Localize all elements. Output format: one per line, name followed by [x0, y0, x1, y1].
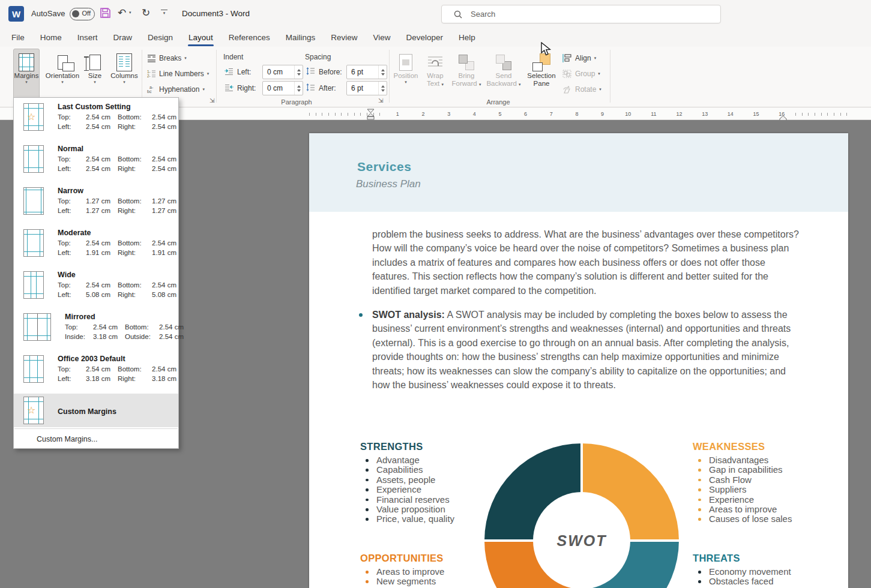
swot-opportunities-list: OPPORTUNITIES Areas to improveNew segmen… — [360, 553, 504, 587]
spacing-before-row: Before: 6 pt — [306, 65, 387, 79]
arrange-group-label: Arrange — [486, 98, 510, 106]
save-icon[interactable] — [100, 7, 111, 21]
list-item: Gap in capabilities — [693, 465, 837, 475]
document-page[interactable]: Services Business Plan problem the busin… — [309, 133, 848, 588]
donut-center: SWOT — [533, 492, 630, 588]
spinner-arrows-icon[interactable] — [378, 65, 387, 79]
list-item: Areas to improve — [693, 505, 837, 514]
body-paragraph[interactable]: problem the business seeks to address. W… — [372, 227, 804, 298]
margin-preset-icon — [23, 313, 51, 341]
margins-button[interactable]: Margins ▾ — [13, 49, 40, 104]
tab-references[interactable]: References — [221, 29, 278, 47]
list-item: New segments — [360, 577, 504, 586]
list-item: Value proposition — [360, 505, 504, 514]
indent-right-input[interactable]: 0 cm — [262, 81, 303, 95]
search-icon — [454, 10, 462, 19]
indent-right-icon — [225, 84, 235, 93]
margins-menu-item[interactable]: Office 2003 Default Top:2.54 cmBottom:2.… — [14, 352, 178, 394]
paragraph-dialog-launcher-icon[interactable]: ⇲ — [378, 97, 383, 104]
quick-access-toolbar-icon[interactable]: ▾ — [161, 10, 167, 16]
group-button[interactable]: Group▾ — [561, 67, 600, 80]
align-button[interactable]: Align▾ — [561, 52, 596, 65]
tab-design[interactable]: Design — [140, 29, 181, 47]
indent-right-row: Right: 0 cm — [225, 81, 303, 95]
hyphenation-button[interactable]: a-bc Hyphenation▾ — [146, 83, 205, 96]
spacing-after-input[interactable]: 6 pt — [346, 81, 387, 95]
list-item: Financial reserves — [360, 495, 504, 505]
menu-separator — [14, 428, 178, 429]
tab-mailings[interactable]: Mailings — [278, 29, 324, 47]
paragraph-group-label: Paragraph — [281, 98, 312, 106]
indent-left-input[interactable]: 0 cm — [262, 65, 303, 79]
swot-bullet-lead: SWOT analysis: — [372, 310, 445, 320]
tab-home[interactable]: Home — [32, 29, 70, 47]
redo-button[interactable]: ↻ — [142, 7, 150, 19]
list-item: Cash Flow — [693, 475, 837, 485]
weaknesses-heading: WEAKNESSES — [693, 441, 837, 452]
indent-left-icon — [225, 68, 235, 77]
threats-heading: THREATS — [693, 553, 837, 564]
breaks-button[interactable]: Breaks▾ — [146, 52, 187, 65]
tab-developer[interactable]: Developer — [399, 29, 451, 47]
columns-button[interactable]: Columns ▾ — [109, 49, 139, 104]
columns-icon — [116, 53, 132, 71]
tab-file[interactable]: File — [4, 29, 32, 47]
svg-text:2-: 2- — [147, 74, 151, 78]
size-button[interactable]: Size ▾ — [83, 49, 107, 104]
swot-donut-chart: SWOT — [484, 443, 679, 588]
search-input[interactable]: Search — [441, 5, 721, 23]
list-item: Advantage — [360, 455, 504, 465]
orientation-button[interactable]: Orientation ▾ — [44, 49, 80, 104]
rotate-button[interactable]: Rotate▾ — [561, 83, 601, 96]
svg-text:a-: a- — [149, 85, 154, 89]
spinner-arrows-icon[interactable] — [294, 65, 303, 79]
margins-menu-item[interactable]: Last Custom Setting Top:2.54 cmBottom:2.… — [14, 100, 178, 142]
wrap-text-icon — [422, 49, 448, 72]
mouse-cursor-icon — [540, 42, 553, 59]
page-setup-dialog-launcher-icon[interactable]: ⇲ — [209, 97, 214, 104]
swot-bullet-paragraph[interactable]: SWOT analysis: A SWOT analysis may be in… — [372, 308, 803, 392]
spacing-before-input[interactable]: 6 pt — [346, 65, 387, 79]
undo-dropdown-icon[interactable]: ▾ — [129, 10, 131, 15]
autosave-state: Off — [82, 10, 91, 17]
custom-margins-command[interactable]: Custom Margins... — [14, 430, 178, 448]
bring-forward-button[interactable]: BringForward ▾ — [450, 49, 483, 104]
undo-button[interactable]: ↶ — [118, 7, 126, 19]
breaks-icon — [146, 55, 157, 62]
margins-menu-item[interactable]: Wide Top:2.54 cmBottom:2.54 cm Left:5.08… — [14, 268, 178, 310]
tab-layout[interactable]: Layout — [181, 29, 221, 47]
svg-text:1-: 1- — [147, 70, 151, 74]
margin-preset-icon — [23, 103, 44, 131]
tab-view[interactable]: View — [365, 29, 398, 47]
spinner-arrows-icon[interactable] — [378, 82, 387, 95]
wrap-text-button[interactable]: WrapText ▾ — [421, 49, 449, 104]
margins-menu-item[interactable]: Narrow Top:1.27 cmBottom:1.27 cm Left:1.… — [14, 184, 178, 226]
spinner-arrows-icon[interactable] — [294, 82, 303, 95]
tab-draw[interactable]: Draw — [106, 29, 140, 47]
section-title[interactable]: Services — [357, 160, 411, 174]
margins-menu-item[interactable]: Mirrored Top:2.54 cmBottom:2.54 cm Insid… — [14, 310, 178, 352]
margins-menu-item[interactable]: Moderate Top:2.54 cmBottom:2.54 cm Left:… — [14, 226, 178, 268]
title-bar: W AutoSave Off ↶ ▾ ↻ ▾ Document3 - Word … — [0, 0, 871, 29]
list-item: Disadvantages — [693, 455, 837, 465]
margin-preset-icon — [23, 229, 44, 257]
swot-weaknesses-list: WEAKNESSES DisadvantagesGap in capabilit… — [693, 441, 837, 524]
tab-insert[interactable]: Insert — [70, 29, 106, 47]
ruler-numbers: 12345678910111213141516 — [385, 110, 795, 118]
tab-review[interactable]: Review — [323, 29, 365, 47]
custom-margins-menu-item[interactable]: Custom Margins — [14, 394, 178, 427]
position-button[interactable]: Position ▾ — [391, 49, 420, 104]
section-subtitle[interactable]: Business Plan — [356, 178, 421, 190]
margins-menu-item[interactable]: Normal Top:2.54 cmBottom:2.54 cm Left:2.… — [14, 142, 178, 184]
document-title: Document3 - Word — [182, 9, 250, 18]
autosave-toggle[interactable]: Off — [70, 8, 95, 20]
word-window: W AutoSave Off ↶ ▾ ↻ ▾ Document3 - Word … — [0, 0, 871, 588]
tab-help[interactable]: Help — [451, 29, 483, 47]
send-backward-button[interactable]: SendBackward ▾ — [485, 49, 522, 104]
line-numbers-button[interactable]: 1-2- Line Numbers▾ — [146, 67, 209, 80]
swot-figure[interactable]: STRENGTHS AdvantageCapabilitiesAssets, p… — [309, 436, 848, 588]
size-icon — [89, 55, 101, 70]
send-backward-icon — [495, 53, 513, 71]
list-item: Suppliers — [693, 485, 837, 494]
margin-preset-icon — [23, 355, 44, 383]
